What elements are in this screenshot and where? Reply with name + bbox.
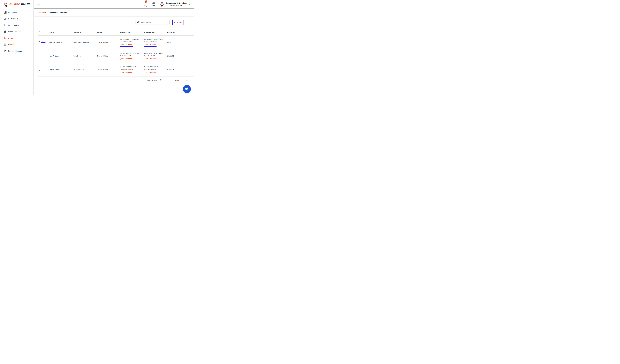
parking-manager-icon xyxy=(4,50,7,52)
client-cell: Cody M. Miles xyxy=(48,69,73,71)
sidebar-item-label: Dashboard xyxy=(8,11,17,13)
checked-in-cell: Jun 30, 2023 10:03:35 ... Pacific Standa… xyxy=(120,66,144,73)
breadcrumb: Dashboard / Checked-in/out Report xyxy=(34,9,194,16)
activity-button[interactable]: 1 Activity xyxy=(141,2,148,7)
annotation-underline xyxy=(120,46,133,47)
report-toolbar: Filters xyxy=(34,16,194,29)
account-subtitle: Guardspro home xyxy=(166,5,187,6)
sidebar-nav: Dashboard Post Orders GPS Tracker › xyxy=(0,9,33,54)
checked-in-cell: Jul 03, 2023 08:58:17 AM Pacific Standar… xyxy=(120,52,144,60)
checked-in-cell: Jul 03, 2023 10:01:58 AM Pacific Standar… xyxy=(120,38,144,47)
sidebar-item-label: Reports xyxy=(8,37,15,39)
checked-out-timezone: Pacific Standard Time xyxy=(144,69,166,70)
page-title: Checked-in/out Report xyxy=(49,12,68,14)
client-cell: Lynn F. Shultz xyxy=(48,55,73,57)
chat-bubble-icon xyxy=(185,87,189,91)
account-name: Demo Security Services xyxy=(166,2,187,4)
help-icon: ? xyxy=(152,2,155,4)
post-site-cell: Vesta Drive xyxy=(73,55,97,57)
guardspro-app: GUARDSPRO Dashboard Post Orders GP xyxy=(0,0,194,95)
checked-in-datetime: Jul 03, 2023 10:01:58 AM xyxy=(120,38,142,40)
activity-badge: 1 xyxy=(145,0,147,3)
pagination-bar: Items per page: 25 ▼ 1 – 3 of 3 ‹ › xyxy=(34,76,194,84)
items-per-page-select[interactable]: 25 ▼ xyxy=(159,79,167,82)
view-location-link[interactable]: [View Location] xyxy=(120,44,132,45)
duration-cell: 03:45:05 xyxy=(167,69,194,71)
row-checkbox[interactable] xyxy=(39,41,40,43)
scheduler-icon xyxy=(4,43,7,46)
checked-out-timezone: Pacific Standard Time xyxy=(144,41,166,43)
post-orders-icon xyxy=(4,17,7,20)
row-checkbox[interactable] xyxy=(39,55,40,57)
chevron-right-icon: › xyxy=(30,31,31,33)
column-header-checked-out: CHECKED-OUT xyxy=(144,31,167,33)
sidebar-item-label: Post Orders xyxy=(8,18,18,20)
items-per-page-value: 25 xyxy=(160,79,162,81)
account-menu[interactable]: Demo Security Services Guardspro home xyxy=(166,2,187,6)
select-all-checkbox[interactable] xyxy=(39,31,40,33)
view-location-link[interactable]: [View Location] xyxy=(144,71,156,73)
checked-in-timezone: Pacific Standard Time xyxy=(120,55,142,57)
chevron-down-icon[interactable] xyxy=(189,4,190,5)
reports-icon xyxy=(4,37,7,39)
sidebar-item-reports[interactable]: Reports xyxy=(0,35,33,41)
checked-out-cell: Jun 30, 2023 01:48:40 ... Pacific Standa… xyxy=(144,66,167,73)
client-cell: Janice F. Veilleux xyxy=(48,41,73,43)
chat-widget-button[interactable] xyxy=(183,85,191,93)
sidebar-item-dashboard[interactable]: Dashboard xyxy=(0,9,33,15)
table-row: Lynn F. Shultz Vesta Drive Charlie Weber… xyxy=(38,49,194,63)
sidebar-item-post-orders[interactable]: Post Orders xyxy=(0,15,33,22)
checked-out-datetime: Jul 03, 2023 10:44:53 AM xyxy=(144,38,166,40)
pagination-controls: ‹ › xyxy=(186,79,191,82)
sidebar-item-parking-manager[interactable]: Parking Manager › xyxy=(0,48,33,54)
guardspro-shield-logo-icon xyxy=(4,1,8,7)
view-location-link[interactable]: [View Location] xyxy=(120,58,132,60)
checked-out-datetime: Jul 03, 2023 10:01:34 AM xyxy=(144,52,166,54)
column-header-post-site: POST SITE xyxy=(73,31,97,33)
filters-label: Filters xyxy=(177,21,182,24)
more-options-kebab-icon[interactable] xyxy=(187,21,189,25)
dashboard-icon xyxy=(4,11,7,14)
report-search-input[interactable] xyxy=(141,21,165,23)
sidebar-item-label: Visitor Manager xyxy=(8,31,21,33)
breadcrumb-separator: / xyxy=(48,12,48,14)
help-button[interactable]: ? Help xyxy=(150,2,157,6)
view-location-link[interactable]: [View Location] xyxy=(144,44,156,45)
breadcrumb-dashboard-link[interactable]: Dashboard xyxy=(38,12,47,14)
sidebar-item-scheduler[interactable]: Scheduler xyxy=(0,41,33,48)
view-location-link[interactable]: [View Location] xyxy=(144,58,156,60)
guard-cell: Charlie Weber xyxy=(97,69,120,71)
row-checkbox[interactable] xyxy=(39,69,40,71)
view-location-link[interactable]: [View Location] xyxy=(120,71,132,73)
sidebar-item-label: GPS Tracker xyxy=(8,24,19,26)
logo-row: GUARDSPRO xyxy=(0,0,33,9)
account-avatar[interactable] xyxy=(160,1,164,7)
report-search-box xyxy=(136,20,170,25)
checked-out-timezone: Pacific Standard Time xyxy=(144,55,166,57)
filters-button[interactable]: Filters xyxy=(172,20,184,25)
previous-page-icon[interactable]: ‹ xyxy=(186,79,187,82)
hamburger-menu-icon[interactable] xyxy=(27,2,30,6)
help-label: Help xyxy=(152,5,155,6)
gps-tracker-icon xyxy=(4,24,7,27)
next-page-icon[interactable]: › xyxy=(190,79,191,82)
duration-cell: 01:03:17 xyxy=(167,55,194,57)
visitor-manager-icon xyxy=(4,30,7,33)
column-header-guard: GUARD xyxy=(97,31,120,33)
topbar: 1 Activity ? Help Demo Security Services… xyxy=(34,0,194,9)
search-icon xyxy=(137,21,139,23)
sidebar-item-visitor-manager[interactable]: Visitor Manager › xyxy=(0,28,33,35)
guard-cell: Charlie Weber xyxy=(97,55,120,57)
checked-out-cell: Jul 03, 2023 10:44:53 AM Pacific Standar… xyxy=(144,38,167,47)
chevron-right-icon: › xyxy=(30,24,31,26)
global-search-input[interactable] xyxy=(37,3,91,5)
items-per-page-label: Items per page: xyxy=(147,79,158,81)
table-row: Janice F. Veilleux The Towers Condomini.… xyxy=(38,36,194,49)
activity-label: Activity xyxy=(143,5,147,7)
column-header-duration: DURATION xyxy=(167,31,194,33)
sidebar-item-gps-tracker[interactable]: GPS Tracker › xyxy=(0,22,33,28)
filter-icon xyxy=(174,22,176,23)
logo-wordmark[interactable]: GUARDSPRO xyxy=(9,3,26,6)
pagination-range: 1 – 3 of 3 xyxy=(173,79,180,81)
checked-out-datetime: Jun 30, 2023 01:48:40 ... xyxy=(144,66,166,68)
